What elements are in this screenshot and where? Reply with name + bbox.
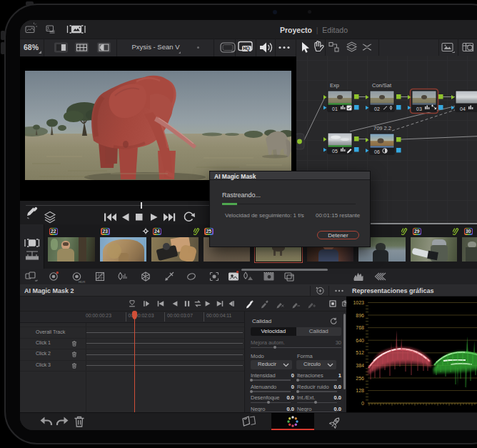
svg-text:04: 04 <box>460 106 466 111</box>
svg-text:01: 01 <box>332 106 338 111</box>
svg-text:128: 128 <box>356 388 364 393</box>
svg-text:Exp: Exp <box>330 82 339 89</box>
svg-text:640: 640 <box>356 338 364 343</box>
svg-text:Con/Sat: Con/Sat <box>372 82 392 89</box>
svg-text:03: 03 <box>416 106 422 111</box>
svg-text:256: 256 <box>356 376 364 381</box>
svg-text:768: 768 <box>356 325 364 330</box>
svg-text:1023: 1023 <box>353 300 364 305</box>
svg-text:05: 05 <box>332 149 338 154</box>
svg-text:512: 512 <box>356 350 364 355</box>
svg-text:709 2.2: 709 2.2 <box>373 125 391 131</box>
svg-text:384: 384 <box>356 363 364 368</box>
svg-text:HQ: HQ <box>243 46 250 51</box>
svg-text:0: 0 <box>361 401 364 406</box>
svg-text:02: 02 <box>374 106 380 111</box>
svg-text:06: 06 <box>374 149 380 154</box>
svg-text:HDR: HDR <box>79 280 85 284</box>
svg-text:896: 896 <box>356 313 364 318</box>
